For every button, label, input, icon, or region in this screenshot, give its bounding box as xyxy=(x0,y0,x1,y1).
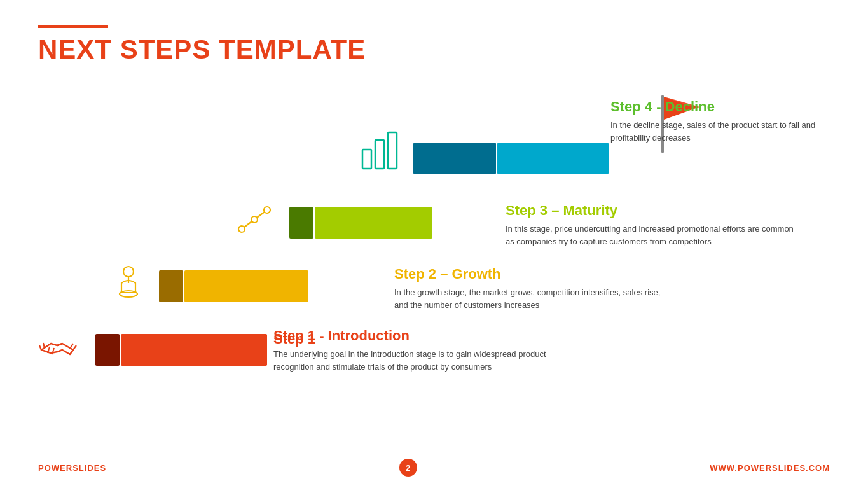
svg-line-15 xyxy=(43,343,45,348)
step3-text-block: Step 3 – Maturity In this stage, price u… xyxy=(506,202,798,248)
svg-point-6 xyxy=(238,226,245,232)
handshake-icon xyxy=(38,328,83,372)
step1-text-block: Step 1 - Introduction The underlying goa… xyxy=(273,328,553,373)
footer-line-right xyxy=(427,468,701,468)
svg-rect-4 xyxy=(375,140,384,169)
step4-visual xyxy=(359,127,609,174)
svg-point-11 xyxy=(123,267,134,277)
svg-line-10 xyxy=(257,212,265,218)
svg-line-17 xyxy=(70,344,73,349)
step2-bar-small xyxy=(159,270,183,302)
step3-description: In this stage, price undercutting and in… xyxy=(506,223,798,248)
step2-full-title: Step 2 – Growth xyxy=(394,266,674,282)
person-icon xyxy=(111,264,146,308)
step2-description: In the growth stage, the market grows, c… xyxy=(394,286,674,312)
title-black: NEXT STEPS xyxy=(38,34,210,64)
step3-bar-small xyxy=(289,207,313,239)
header: NEXT STEPS TEMPLATE xyxy=(38,25,366,65)
step1-bars xyxy=(95,334,267,366)
step1-bar-main xyxy=(121,334,267,366)
steps-container: Step 1 Step 1 - Introduction The underly… xyxy=(38,89,830,450)
page-title: NEXT STEPS TEMPLATE xyxy=(38,34,366,65)
svg-line-9 xyxy=(244,221,252,227)
step2-bar-main xyxy=(184,270,308,302)
footer-brand-red: SLIDES xyxy=(72,463,106,473)
linechart-icon xyxy=(235,200,277,244)
footer-line-left xyxy=(116,468,390,468)
step4-description: In the decline stage, sales of the produ… xyxy=(610,119,830,144)
step2-visual xyxy=(111,264,308,308)
step1-description: The underlying goal in the introduction … xyxy=(273,348,553,373)
svg-rect-5 xyxy=(388,132,397,169)
svg-point-7 xyxy=(251,216,258,223)
step4-text-block: Step 4 - Decline In the decline stage, s… xyxy=(610,99,830,144)
footer: POWERSLIDES 2 WWW.POWERSLIDES.COM xyxy=(0,459,868,477)
svg-line-16 xyxy=(73,345,76,350)
step1-bar-small xyxy=(95,334,120,366)
step1-full-title: Step 1 - Introduction xyxy=(273,328,553,344)
step3-visual xyxy=(235,200,432,244)
step4-bars xyxy=(413,143,609,174)
step4-full-title: Step 4 - Decline xyxy=(610,99,830,115)
header-accent-line xyxy=(38,25,108,28)
svg-line-14 xyxy=(39,345,41,350)
step3-bars xyxy=(289,207,432,239)
footer-brand: POWERSLIDES xyxy=(38,463,106,473)
svg-line-18 xyxy=(57,344,62,345)
footer-brand-black: POWER xyxy=(38,463,72,473)
footer-website: WWW.POWERSLIDES.COM xyxy=(710,463,830,473)
footer-page-number: 2 xyxy=(399,459,417,477)
step1-visual xyxy=(38,328,267,372)
step2-bars xyxy=(159,270,308,302)
svg-rect-3 xyxy=(362,150,371,169)
step3-bar-main xyxy=(315,207,432,239)
step3-full-title: Step 3 – Maturity xyxy=(506,202,798,219)
step2-text-block: Step 2 – Growth In the growth stage, the… xyxy=(394,266,674,312)
svg-point-12 xyxy=(120,291,137,297)
svg-point-8 xyxy=(264,207,270,213)
step4-bar-right xyxy=(497,143,609,174)
barchart-icon xyxy=(359,127,401,174)
step4-bar-left xyxy=(413,143,496,174)
title-red: TEMPLATE xyxy=(219,34,366,64)
